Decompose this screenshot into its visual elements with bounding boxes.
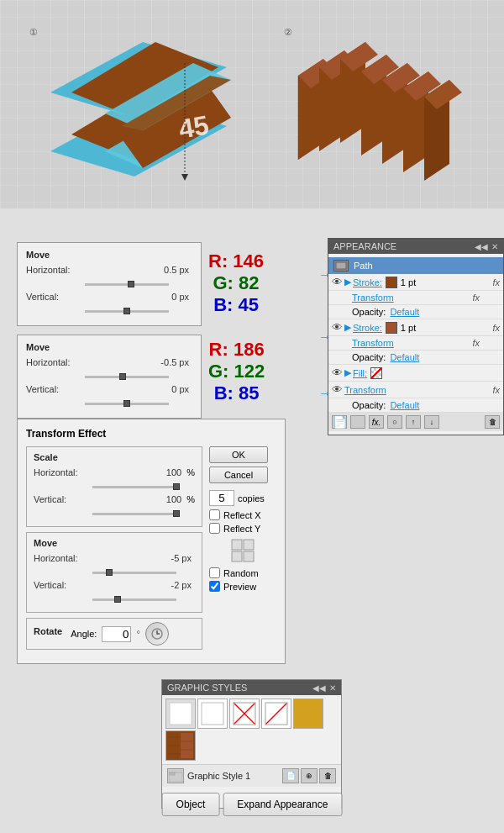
- reflect-x-row: Reflect X: [209, 509, 276, 520]
- reflect-y-row: Reflect Y: [209, 523, 276, 534]
- fill-label[interactable]: Fill:: [353, 368, 367, 378]
- rgb2-g: G: 122: [208, 361, 265, 382]
- stroke1-label[interactable]: Stroke:: [353, 277, 382, 287]
- reflect-x-checkbox[interactable]: [209, 509, 220, 520]
- connector-arrow-3: →: [318, 386, 332, 401]
- reflect-y-checkbox[interactable]: [209, 523, 220, 534]
- gs-footer: Graphic Style 1 📄 ⊕ 🗑: [162, 765, 341, 787]
- fill-checker-swatch[interactable]: [370, 367, 382, 379]
- angle-label: Angle:: [71, 629, 97, 639]
- arrow-1: ▶: [344, 277, 351, 287]
- eye-icon-2[interactable]: 👁: [332, 321, 343, 334]
- random-checkbox[interactable]: [209, 567, 220, 578]
- svg-text:45: 45: [176, 109, 211, 145]
- gs-collapse-icon[interactable]: ◀◀: [312, 683, 326, 693]
- move2-h-slider[interactable]: [85, 376, 169, 378]
- arrow-down-icon[interactable]: ↓: [424, 415, 439, 429]
- transform1-row: Transform fx: [328, 291, 503, 305]
- opacity1-value[interactable]: Default: [390, 307, 419, 317]
- rotate-button[interactable]: [145, 622, 169, 646]
- empty-icon[interactable]: [350, 415, 365, 429]
- preview-checkbox[interactable]: [209, 581, 220, 592]
- rgb2-r: R: 186: [208, 339, 265, 361]
- expand-appearance-button[interactable]: Expand Appearance: [223, 793, 342, 816]
- connector-arrow-1: →: [318, 267, 332, 282]
- gs-item-4[interactable]: [261, 699, 291, 729]
- reflect-x-label: Reflect X: [223, 510, 261, 520]
- opacity2-value[interactable]: Default: [390, 352, 419, 362]
- ok-button[interactable]: OK: [209, 446, 268, 463]
- transform1-label[interactable]: Transform: [352, 293, 394, 303]
- close-icon[interactable]: ✕: [491, 242, 498, 251]
- move1-h-slider[interactable]: [85, 283, 169, 286]
- appearance-panel: APPEARANCE ◀◀ ✕ Path 👁 ▶ Stroke:: [328, 238, 504, 435]
- move-sub-title: Move: [34, 538, 195, 548]
- fx-icon-2: fx: [492, 323, 500, 333]
- stroke1-pt: 1 pt: [401, 277, 416, 287]
- appearance-body: Path 👁 ▶ Stroke: 1 pt fx Transform fx Op…: [328, 254, 503, 435]
- opacity1-row: Opacity: Default: [328, 305, 503, 319]
- gs-merge-icon[interactable]: ⊕: [301, 768, 318, 783]
- preview-label: Preview: [223, 582, 256, 592]
- new-item-icon[interactable]: 📄: [332, 415, 347, 429]
- eye-icon-3[interactable]: 👁: [332, 366, 343, 379]
- gs-item-5[interactable]: [293, 699, 323, 729]
- gs-folder-icon[interactable]: [167, 768, 184, 783]
- appearance-bottom-bar: 📄 fx. ○ ↑ ↓ 🗑: [328, 413, 503, 431]
- gs-bottom-icons: 📄 ⊕ 🗑: [282, 768, 336, 783]
- arrow-up-icon[interactable]: ↑: [406, 415, 421, 429]
- svg-rect-47: [181, 733, 193, 758]
- move2-v-label: Vertical:: [26, 384, 85, 394]
- transform-right-panel: OK Cancel copies Reflect X Reflect Y: [209, 446, 276, 655]
- move-sub-v-value: -2 px: [92, 580, 192, 590]
- gs-item-3[interactable]: [229, 699, 260, 729]
- eye-icon-4[interactable]: 👁: [332, 383, 343, 396]
- opacity2-label: Opacity:: [352, 352, 386, 362]
- scale-v-slider[interactable]: [92, 513, 176, 515]
- svg-text:②: ②: [284, 27, 292, 37]
- rgb-box-2: R: 186 G: 122 B: 85: [208, 339, 265, 404]
- move-sub-h-slider[interactable]: [92, 572, 176, 574]
- gs-grid: [162, 695, 341, 765]
- move1-v-slider[interactable]: [85, 310, 169, 313]
- stroke1-swatch[interactable]: [386, 277, 397, 288]
- gs-style-name: Graphic Style 1: [187, 771, 250, 781]
- gs-item-2[interactable]: [197, 699, 228, 729]
- svg-rect-33: [232, 551, 242, 561]
- gs-header: GRAPHIC STYLES ◀◀ ✕: [162, 680, 341, 695]
- transform2-label[interactable]: Transform: [352, 338, 394, 348]
- appearance-controls: ◀◀ ✕: [475, 242, 498, 251]
- gs-trash-icon[interactable]: 🗑: [319, 768, 336, 783]
- gs-close-icon[interactable]: ✕: [329, 683, 336, 693]
- transform-effect-title: Transform Effect: [26, 428, 276, 440]
- scale-sub-panel: Scale Horizontal: 100 % Vertical: 100: [26, 446, 202, 527]
- opacity3-value[interactable]: Default: [390, 400, 419, 410]
- angle-input[interactable]: [102, 626, 131, 642]
- move1-v-value: 0 px: [85, 292, 189, 302]
- move1-h-value: 0.5 px: [85, 265, 189, 275]
- transform3-label[interactable]: Transform: [344, 385, 386, 395]
- cancel-button[interactable]: Cancel: [209, 467, 268, 483]
- svg-rect-32: [244, 540, 254, 550]
- connector-arrow-2: →: [318, 330, 332, 345]
- object-button[interactable]: Object: [162, 793, 220, 816]
- circle-icon[interactable]: ○: [387, 415, 402, 429]
- gs-item-6[interactable]: [165, 730, 196, 761]
- fx-bottom-icon[interactable]: fx.: [369, 415, 384, 429]
- scale-h-slider[interactable]: [92, 486, 176, 488]
- eye-icon-1[interactable]: 👁: [332, 276, 343, 288]
- fx-icon-1b: fx: [472, 293, 480, 303]
- move-sub-v-slider[interactable]: [92, 598, 176, 601]
- stroke2-label[interactable]: Stroke:: [353, 323, 382, 333]
- move2-v-slider[interactable]: [85, 403, 169, 405]
- svg-rect-36: [170, 703, 192, 725]
- gs-item-1[interactable]: [165, 699, 196, 729]
- stroke2-swatch[interactable]: [386, 322, 397, 334]
- collapse-icon[interactable]: ◀◀: [475, 242, 488, 251]
- trash-icon[interactable]: 🗑: [485, 415, 500, 429]
- copies-input[interactable]: [209, 490, 234, 506]
- svg-text:①: ①: [29, 27, 38, 37]
- bottom-panels: Move Horizontal: 0.5 px Vertical: 0 px M…: [0, 208, 504, 833]
- gs-new-icon[interactable]: 📄: [282, 768, 299, 783]
- move2-v-value: 0 px: [85, 384, 189, 394]
